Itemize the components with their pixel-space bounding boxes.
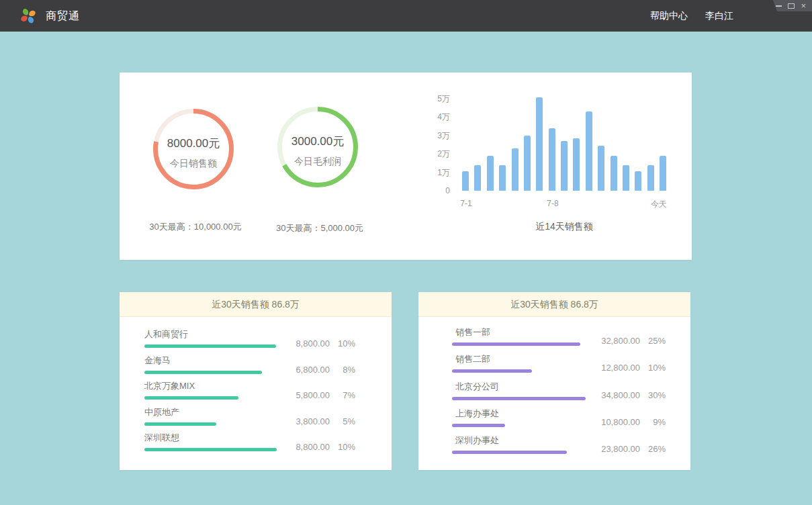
summary-card: 8000.00元 今日销售额 30天最高：10,000.00元 3000.00元… [120, 73, 692, 260]
today-sales-text: 8000.00元 今日销售额 [151, 107, 236, 191]
sales-bar [561, 141, 568, 191]
window-controls: × [773, 0, 812, 11]
sales-bar [623, 165, 629, 191]
today-profit-label: 今日毛利润 [294, 156, 341, 168]
row-value: 6,800.00 8% [296, 365, 355, 375]
today-profit-donut: 3000.00元 今日毛利润 [275, 105, 360, 189]
row-progress-bar [144, 448, 277, 451]
chart-title: 近14天销售额 [462, 221, 666, 233]
row-progress-bar [144, 422, 216, 426]
list-item: 深圳办事处 23,800.00 26% [452, 435, 666, 462]
row-percent: 10% [335, 338, 355, 349]
sales-bar [474, 165, 481, 191]
row-value: 10,800.00 9% [601, 417, 666, 427]
row-amount: 23,800.00 [601, 444, 640, 454]
customers-rows: 人和商贸行 8,800.00 10% 金海马 6,800.00 8% 北京万象M… [120, 317, 392, 459]
x-axis: 7-1 7-8 今天 [462, 199, 666, 208]
today-sales-donut: 8000.00元 今日销售额 [151, 107, 236, 191]
row-percent: 10% [335, 442, 355, 452]
sales-bar [499, 165, 506, 191]
list-item: 中原地产 3,800.00 5% [144, 407, 355, 433]
row-percent: 26% [645, 444, 666, 454]
row-value: 12,800.00 10% [601, 363, 666, 373]
profit-30day-max: 30天最高：5,000.00元 [244, 222, 396, 234]
dashboard: 8000.00元 今日销售额 30天最高：10,000.00元 3000.00元… [0, 32, 812, 505]
row-value: 8,800.00 10% [296, 442, 355, 452]
sales-bar [611, 156, 617, 191]
y-axis: 01万2万3万4万5万 [430, 98, 450, 191]
row-amount: 32,800.00 [601, 336, 640, 346]
sales-bar [598, 146, 604, 191]
sales-bar [549, 128, 555, 191]
row-percent: 30% [645, 390, 666, 400]
row-value: 8,800.00 10% [296, 338, 355, 349]
row-percent: 9% [645, 417, 666, 427]
titlebar: 商贸通 帮助中心 李白江 × [0, 0, 812, 32]
list-item: 深圳联想 8,800.00 10% [144, 432, 355, 459]
row-amount: 12,800.00 [601, 363, 640, 373]
sales-bar [586, 111, 592, 191]
app-title: 商贸通 [46, 0, 80, 32]
row-progress-bar [144, 371, 262, 374]
y-tick-label: 2万 [437, 149, 450, 158]
row-amount: 34,800.00 [601, 390, 640, 400]
username-menu[interactable]: 李白江 [705, 10, 733, 22]
row-progress-bar [452, 342, 580, 346]
departments-card-header: 近30天销售额 86.8万 [418, 292, 690, 317]
row-amount: 8,800.00 [296, 442, 330, 452]
today-profit-text: 3000.00元 今日毛利润 [275, 105, 360, 189]
sales-bar [462, 171, 469, 191]
row-progress-bar [452, 397, 586, 400]
row-value: 3,800.00 5% [296, 416, 355, 426]
list-item: 上海办事处 10,800.00 9% [452, 408, 666, 435]
bar-group [462, 98, 666, 191]
titlebar-right: 帮助中心 李白江 [650, 0, 733, 32]
sales-bar [536, 97, 543, 191]
sales-bar [512, 148, 518, 191]
row-value: 34,800.00 30% [601, 390, 666, 400]
help-center-link[interactable]: 帮助中心 [650, 10, 688, 22]
x-tick-label: 7-1 [460, 199, 471, 208]
row-percent: 5% [335, 416, 355, 426]
y-tick-label: 3万 [437, 131, 450, 140]
x-tick-label: 7-8 [547, 199, 558, 208]
list-item: 人和商贸行 8,800.00 10% [144, 329, 355, 355]
list-item: 北京万象MIX 5,800.00 7% [144, 381, 355, 407]
today-sales-value: 8000.00元 [167, 136, 220, 151]
minimize-button[interactable] [776, 5, 782, 7]
row-percent: 7% [335, 390, 355, 400]
row-percent: 25% [645, 336, 666, 346]
y-tick-label: 1万 [437, 168, 450, 177]
sales-bar [524, 136, 531, 191]
row-progress-bar [144, 345, 276, 348]
sales-bar [635, 171, 641, 191]
sales-bar [573, 138, 580, 191]
departments-sales-card: 近30天销售额 86.8万 销售一部 32,800.00 25% 销售二部 12… [418, 292, 690, 470]
maximize-button[interactable] [788, 3, 795, 9]
row-progress-bar [452, 369, 532, 373]
row-amount: 3,800.00 [296, 416, 330, 426]
row-amount: 10,800.00 [601, 417, 640, 427]
today-profit-value: 3000.00元 [291, 134, 344, 149]
departments-rows: 销售一部 32,800.00 25% 销售二部 12,800.00 10% 北京… [418, 317, 690, 462]
close-button[interactable]: × [801, 3, 806, 9]
row-value: 32,800.00 25% [601, 336, 666, 346]
customers-card-header: 近30天销售额 86.8万 [120, 292, 392, 317]
sales-bar [487, 156, 494, 191]
y-tick-label: 0 [445, 186, 450, 195]
y-tick-label: 5万 [437, 94, 450, 103]
x-tick-label: 今天 [651, 199, 667, 210]
row-amount: 6,800.00 [296, 365, 330, 375]
sales-bar-chart: 01万2万3万4万5万 7-1 7-8 今天 近14天销售额 [430, 93, 672, 247]
sales-bar [660, 156, 666, 191]
sales-bar [647, 165, 654, 191]
app-logo-icon [18, 5, 38, 26]
list-item: 销售一部 32,800.00 25% [452, 327, 666, 354]
row-value: 5,800.00 7% [296, 390, 355, 400]
row-amount: 8,800.00 [296, 338, 330, 349]
y-tick-label: 4万 [437, 112, 450, 122]
row-progress-bar [452, 451, 567, 454]
customers-sales-card: 近30天销售额 86.8万 人和商贸行 8,800.00 10% 金海马 6,8… [120, 292, 392, 470]
row-value: 23,800.00 26% [601, 444, 666, 454]
list-item: 销售二部 12,800.00 10% [452, 354, 666, 381]
